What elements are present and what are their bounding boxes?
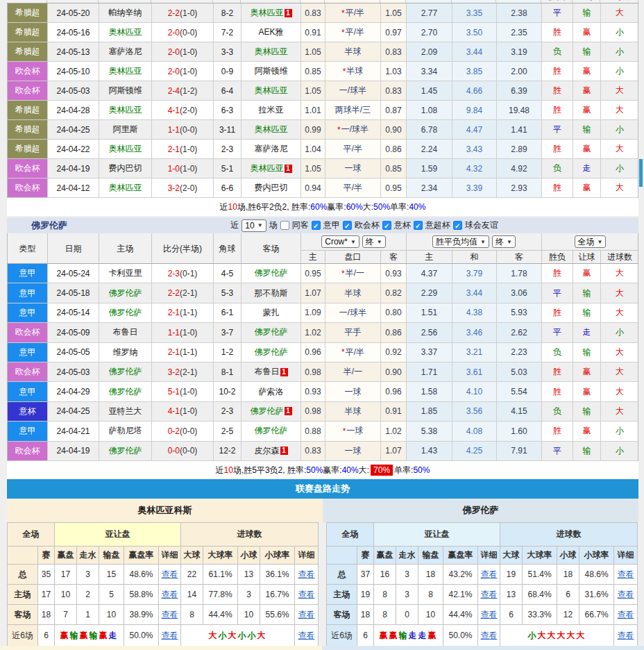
view-detail-link[interactable]: 查看 bbox=[481, 569, 498, 579]
summary-winrate: 50% bbox=[306, 465, 323, 475]
view-detail-link[interactable]: 查看 bbox=[298, 610, 315, 619]
summary-winrate: 60% bbox=[310, 202, 327, 212]
recent-count-select[interactable]: 10▼ bbox=[242, 219, 266, 232]
view-detail-link[interactable]: 查看 bbox=[481, 631, 498, 640]
fulltime-score: 2-0 bbox=[168, 47, 180, 57]
league-cell: 欧会杯 bbox=[8, 362, 48, 382]
handicap-value: 两球半/三 bbox=[335, 104, 371, 116]
away-team: 塞萨洛尼 bbox=[242, 140, 301, 159]
group-header-goals: 进球数 bbox=[500, 523, 638, 547]
view-detail-link[interactable]: 查看 bbox=[162, 631, 178, 640]
away-team: AEK雅 bbox=[242, 23, 301, 42]
trend-section-title: 联赛盘路走势 bbox=[7, 479, 638, 499]
avg-away-odds: 2.00 bbox=[497, 62, 542, 81]
ah-result-cell: 输 bbox=[573, 3, 601, 23]
col-header: 小球率 bbox=[260, 547, 295, 565]
fulltime-score: 4-1 bbox=[168, 106, 180, 115]
ah-result-glyph: 赢 bbox=[583, 267, 591, 279]
league-cell: 欧会杯 bbox=[8, 442, 48, 461]
match-date: 24-05-13 bbox=[48, 42, 99, 62]
view-detail-link[interactable]: 查看 bbox=[618, 610, 634, 619]
team-name: 奥林匹亚 bbox=[255, 85, 288, 97]
result-cell: 平 bbox=[542, 120, 573, 140]
corner-cell: 6-1 bbox=[214, 303, 242, 323]
row-label: 总 bbox=[8, 565, 38, 585]
recent-goals-sequence: 大小大小小大 bbox=[181, 625, 295, 647]
same-opponent-checkbox[interactable] bbox=[280, 221, 289, 230]
away-team: 那不勒斯 bbox=[242, 283, 301, 303]
halftime-score: (1-0) bbox=[180, 406, 197, 416]
home-team: 塞萨洛尼 bbox=[99, 42, 152, 62]
view-detail-link[interactable]: 查看 bbox=[481, 590, 498, 599]
result-glyph: 负 bbox=[553, 162, 561, 174]
goals-result-glyph: 大 bbox=[616, 182, 624, 194]
corner-cell: 3-7 bbox=[214, 323, 242, 342]
view-detail-link[interactable]: 查看 bbox=[298, 631, 315, 640]
team-name: 塞萨洛尼 bbox=[255, 143, 288, 155]
goals-result-cell: 小 bbox=[601, 422, 638, 441]
summary-record: 场,胜6平2负2, 胜率: bbox=[237, 201, 310, 213]
match-date: 24-05-14 bbox=[48, 303, 99, 323]
avg-away-odds: 6.39 bbox=[497, 81, 542, 101]
result-glyph: 胜 bbox=[553, 425, 561, 437]
league-filter-checkbox[interactable]: ✓ bbox=[382, 221, 391, 230]
recent-rate: 50.0% bbox=[443, 625, 478, 647]
odds-time-select[interactable]: 终▼ bbox=[362, 235, 386, 248]
handicap-cell: *一球 bbox=[325, 422, 381, 441]
view-detail-link[interactable]: 查看 bbox=[162, 569, 178, 579]
home-odds: 1.05 bbox=[301, 159, 325, 178]
score-cell: 2-4(1-2) bbox=[152, 81, 214, 101]
red-card-badge: 1 bbox=[280, 368, 288, 376]
league-filter-checkbox[interactable]: ✓ bbox=[312, 221, 321, 230]
view-detail-link[interactable]: 查看 bbox=[298, 569, 315, 579]
avg-draw-odds: 3.21 bbox=[452, 343, 497, 362]
avg-time-select[interactable]: 终▼ bbox=[492, 235, 516, 248]
result-cell: 胜 bbox=[542, 382, 573, 401]
stat-value: 58.8% bbox=[124, 585, 159, 605]
col-header: 输盘 bbox=[418, 547, 443, 565]
view-detail-link[interactable]: 查看 bbox=[618, 569, 634, 579]
handicap-cell: 半球 bbox=[325, 42, 381, 62]
scrollbar-thumb[interactable] bbox=[639, 159, 643, 187]
result-cell: 胜 bbox=[542, 362, 573, 382]
league-filter-checkbox[interactable]: ✓ bbox=[343, 221, 352, 230]
view-detail-link[interactable]: 查看 bbox=[162, 610, 178, 619]
avg-draw-odds: 3.39 bbox=[452, 178, 497, 198]
goals-result-cell: 大 bbox=[601, 140, 638, 159]
team-name: 布鲁日 bbox=[255, 366, 280, 378]
avg-away-odds: 19.48 bbox=[497, 101, 542, 120]
col-header-score: 比分(半场) bbox=[152, 233, 214, 264]
goals-result-glyph: 大 bbox=[616, 366, 624, 378]
recent-count: 6 bbox=[357, 625, 374, 647]
stat-value: 48.6% bbox=[124, 565, 159, 585]
trend-stat-row: 客场18711038.9%查看844.4%1055.6%查看 bbox=[8, 605, 319, 625]
view-detail-link[interactable]: 查看 bbox=[481, 610, 498, 619]
match-date: 24-04-12 bbox=[48, 178, 99, 198]
odds-company-select[interactable]: Crow*▼ bbox=[321, 235, 359, 248]
team-name: 佛罗伦萨 bbox=[109, 366, 142, 378]
view-detail-link[interactable]: 查看 bbox=[618, 631, 634, 640]
view-detail-link[interactable]: 查看 bbox=[162, 590, 178, 599]
avg-home-odds: 3.37 bbox=[407, 343, 452, 362]
handicap-value: 一/球半 bbox=[339, 307, 366, 319]
view-detail-link[interactable]: 查看 bbox=[618, 590, 634, 599]
handicap-cell: *一/球半 bbox=[325, 120, 381, 140]
league-filter-checkbox[interactable]: ✓ bbox=[453, 221, 462, 230]
avg-odds-select[interactable]: 胜平负均值▼ bbox=[432, 235, 489, 248]
league-filter-checkbox[interactable]: ✓ bbox=[414, 221, 423, 230]
scope-select[interactable]: 全场▼ bbox=[575, 235, 607, 248]
match-row: 希腊超24-05-20帕纳辛纳2-2(1-0)8-2奥林匹亚10.83*平/半1… bbox=[8, 3, 638, 23]
handicap-cell: 一球 bbox=[325, 382, 381, 401]
goals-result-glyph: 大 bbox=[616, 347, 624, 358]
away-team: 奥林匹亚 bbox=[242, 42, 301, 62]
avg-draw-odds: 3.79 bbox=[452, 264, 497, 283]
trend-subheader-row: 赛赢盘走水输盘赢盘率详细大球大球率小球小球率详细 bbox=[8, 547, 319, 565]
ah-result-cell: 赢 bbox=[573, 140, 601, 159]
view-detail-link[interactable]: 查看 bbox=[298, 590, 315, 599]
halftime-score: (1-0) bbox=[180, 8, 197, 18]
ah-result-cell: 赢 bbox=[573, 422, 601, 441]
fulltime-score: 2-0 bbox=[168, 28, 180, 38]
result-cell: 负 bbox=[542, 343, 573, 362]
match-date: 24-05-20 bbox=[48, 3, 99, 23]
score-cell: 2-3(0-1) bbox=[152, 264, 214, 283]
